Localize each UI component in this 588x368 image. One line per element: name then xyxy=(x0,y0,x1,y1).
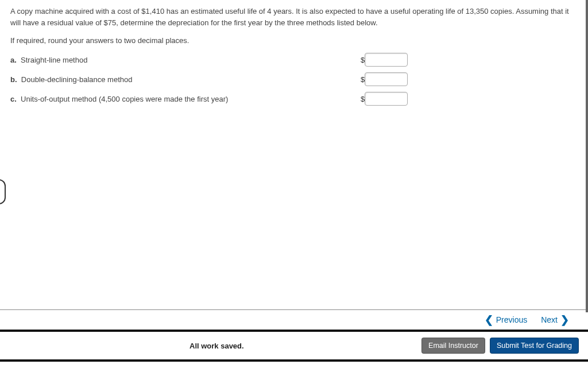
question-b-label: b. Double-declining-balance method xyxy=(10,75,361,84)
right-scroll-edge xyxy=(586,0,588,312)
question-a-row: a. Straight-line method $ xyxy=(10,53,578,67)
next-link[interactable]: Next ❯ xyxy=(541,315,572,325)
rounding-instruction: If required, round your answers to two d… xyxy=(10,36,578,45)
answer-input-c[interactable] xyxy=(365,92,408,106)
previous-label: Previous xyxy=(496,315,527,324)
chevron-right-icon: ❯ xyxy=(560,315,569,325)
question-c-label: c. Units-of-output method (4,500 copies … xyxy=(10,95,361,103)
currency-symbol: $ xyxy=(361,56,365,64)
side-tab-handle[interactable] xyxy=(0,179,6,204)
question-a-label: a. Straight-line method xyxy=(10,56,361,64)
currency-symbol: $ xyxy=(361,95,365,103)
text-c: Units-of-output method (4,500 copies wer… xyxy=(21,95,228,103)
letter-c: c. xyxy=(10,95,17,103)
answer-input-a[interactable] xyxy=(365,53,408,67)
footer-buttons: Email Instructor Submit Test for Grading xyxy=(421,338,579,354)
chevron-left-icon: ❮ xyxy=(485,315,493,325)
navigation-row: ❮ Previous Next ❯ xyxy=(0,310,588,332)
submit-test-button[interactable]: Submit Test for Grading xyxy=(490,338,579,354)
letter-a: a. xyxy=(10,56,17,64)
question-b-row: b. Double-declining-balance method $ xyxy=(10,72,578,86)
next-label: Next xyxy=(541,315,558,324)
question-c-row: c. Units-of-output method (4,500 copies … xyxy=(10,92,578,106)
answer-input-b[interactable] xyxy=(365,72,408,86)
text-a: Straight-line method xyxy=(21,56,87,64)
saved-status: All work saved. xyxy=(189,342,244,350)
email-instructor-button[interactable]: Email Instructor xyxy=(421,338,485,354)
footer-bar: All work saved. Email Instructor Submit … xyxy=(0,332,588,362)
previous-link[interactable]: ❮ Previous xyxy=(482,315,527,325)
currency-symbol: $ xyxy=(361,75,365,84)
letter-b: b. xyxy=(10,75,17,84)
problem-statement: A copy machine acquired with a cost of $… xyxy=(10,6,578,28)
text-b: Double-declining-balance method xyxy=(21,75,133,84)
question-content: A copy machine acquired with a cost of $… xyxy=(0,0,588,310)
